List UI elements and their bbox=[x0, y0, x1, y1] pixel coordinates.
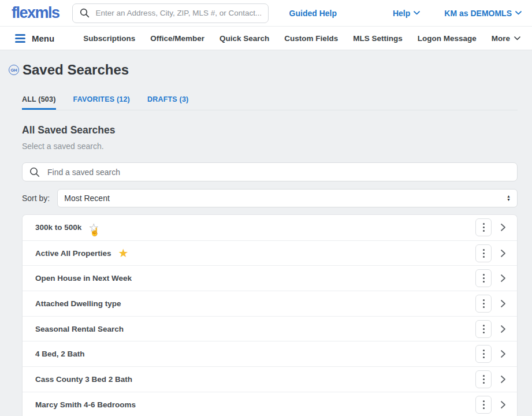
saved-search-row[interactable]: Marcy Smith 4-6 Bedrooms bbox=[23, 392, 517, 416]
sort-row: Sort by: Most Recent ▲ ▼ bbox=[22, 189, 518, 207]
row-options-kebab-button[interactable] bbox=[475, 218, 492, 236]
find-saved-search-input[interactable] bbox=[46, 167, 510, 177]
saved-search-name: Seasonal Rental Search bbox=[35, 325, 124, 333]
menubar-nav-item[interactable]: Subscriptions bbox=[83, 34, 135, 43]
saved-search-row[interactable]: Open House in Next Week bbox=[23, 265, 517, 291]
chevron-right-icon[interactable] bbox=[500, 375, 506, 384]
guided-help-badge-icon[interactable]: GH bbox=[9, 65, 19, 75]
chevron-right-icon[interactable] bbox=[500, 274, 506, 283]
favorite-star-icon[interactable]: ★ bbox=[118, 247, 129, 259]
chevron-down-icon bbox=[514, 36, 520, 40]
sort-select-value: Most Recent bbox=[64, 194, 110, 203]
saved-searches-page: GH Saved Searches ALL (503) FAVORITES (1… bbox=[0, 62, 532, 416]
user-menu-label: KM as DEMOMLS bbox=[444, 9, 512, 18]
top-header: flexmls Guided Help Help KM as DEMOMLS bbox=[0, 0, 532, 26]
favorite-star-wrap: ★ bbox=[117, 246, 131, 260]
saved-search-name: Active All Properties bbox=[35, 249, 111, 258]
saved-search-name: 300k to 500k bbox=[35, 223, 81, 232]
chevron-right-icon[interactable] bbox=[500, 249, 506, 258]
chevron-right-icon[interactable] bbox=[500, 299, 506, 308]
page-title: Saved Searches bbox=[23, 62, 129, 78]
chevron-down-icon bbox=[414, 11, 420, 15]
find-saved-search-box[interactable] bbox=[22, 162, 518, 181]
page-title-row: GH Saved Searches bbox=[9, 62, 532, 78]
guided-help-link[interactable]: Guided Help bbox=[289, 9, 337, 18]
tab-favorites[interactable]: FAVORITES (12) bbox=[73, 95, 130, 110]
menubar-more-label: More bbox=[492, 34, 510, 43]
menu-toggle-button[interactable]: Menu bbox=[0, 34, 70, 43]
search-icon bbox=[80, 8, 90, 18]
saved-search-row[interactable]: Cass County 3 Bed 2 Bath bbox=[23, 366, 517, 392]
global-search-input[interactable] bbox=[95, 8, 262, 18]
menubar-nav: Subscriptions Office/Member Quick Search… bbox=[83, 34, 532, 43]
sort-select[interactable]: Most Recent ▲ ▼ bbox=[57, 189, 518, 207]
tab-label: ALL (503) bbox=[22, 95, 56, 103]
row-options-kebab-button[interactable] bbox=[475, 370, 492, 388]
favorite-star-icon[interactable]: ☆ bbox=[88, 222, 99, 233]
saved-search-tabs: ALL (503) FAVORITES (12) DRAFTS (3) bbox=[22, 95, 518, 110]
search-icon bbox=[29, 167, 40, 177]
section-subtitle: Select a saved search. bbox=[22, 142, 532, 151]
tab-drafts[interactable]: DRAFTS (3) bbox=[147, 95, 188, 110]
saved-search-row[interactable]: 300k to 500k ☆ ☝ bbox=[23, 215, 517, 240]
row-options-kebab-button[interactable] bbox=[475, 295, 492, 313]
saved-search-row[interactable]: Seasonal Rental Search bbox=[23, 316, 517, 341]
saved-search-row[interactable]: 4 Bed, 2 Bath bbox=[23, 341, 517, 366]
tab-all[interactable]: ALL (503) bbox=[22, 95, 56, 110]
favorite-star-wrap: ☆ ☝ bbox=[87, 221, 101, 235]
chevron-right-icon[interactable] bbox=[500, 325, 506, 333]
sort-by-label: Sort by: bbox=[22, 194, 50, 203]
row-options-kebab-button[interactable] bbox=[475, 320, 492, 338]
saved-search-name: 4 Bed, 2 Bath bbox=[35, 350, 85, 358]
tab-label: FAVORITES (12) bbox=[73, 95, 130, 103]
saved-search-row[interactable]: Attached Dwelling type bbox=[23, 291, 517, 316]
flexmls-logo[interactable]: flexmls bbox=[12, 0, 59, 26]
chevron-right-icon[interactable] bbox=[500, 400, 506, 409]
select-arrows-icon: ▲ ▼ bbox=[507, 195, 511, 202]
row-options-kebab-button[interactable] bbox=[475, 396, 492, 414]
saved-search-name: Cass County 3 Bed 2 Bath bbox=[35, 375, 132, 384]
saved-search-name: Open House in Next Week bbox=[35, 274, 132, 283]
menubar-nav-item[interactable]: Office/Member bbox=[150, 34, 204, 43]
row-options-kebab-button[interactable] bbox=[475, 345, 492, 363]
row-options-kebab-button[interactable] bbox=[475, 244, 492, 262]
chevron-right-icon[interactable] bbox=[500, 350, 506, 358]
hamburger-icon bbox=[15, 34, 25, 43]
menubar-more-button[interactable]: More bbox=[492, 34, 520, 43]
help-menu[interactable]: Help bbox=[393, 9, 420, 18]
help-menu-label: Help bbox=[393, 9, 410, 18]
saved-search-name: Attached Dwelling type bbox=[35, 299, 121, 308]
chevron-right-icon[interactable] bbox=[500, 223, 506, 232]
global-search-box[interactable] bbox=[72, 3, 269, 23]
saved-search-list: 300k to 500k ☆ ☝ Active All Properties ★… bbox=[22, 214, 518, 416]
menubar-nav-item[interactable]: MLS Settings bbox=[353, 34, 403, 43]
tab-label: DRAFTS (3) bbox=[147, 95, 188, 103]
chevron-down-icon bbox=[515, 11, 522, 15]
menubar-nav-item[interactable]: Logon Message bbox=[418, 34, 477, 43]
menubar-nav-item[interactable]: Quick Search bbox=[220, 34, 269, 43]
admin-menubar: Menu Subscriptions Office/Member Quick S… bbox=[0, 26, 532, 50]
menu-toggle-label: Menu bbox=[32, 34, 54, 43]
section-title: All Saved Searches bbox=[22, 124, 532, 136]
saved-search-row[interactable]: Active All Properties ★ bbox=[23, 240, 517, 266]
row-options-kebab-button[interactable] bbox=[475, 269, 492, 287]
menubar-nav-item[interactable]: Custom Fields bbox=[284, 34, 338, 43]
saved-search-name: Marcy Smith 4-6 Bedrooms bbox=[35, 400, 136, 409]
user-menu[interactable]: KM as DEMOMLS bbox=[444, 9, 522, 18]
